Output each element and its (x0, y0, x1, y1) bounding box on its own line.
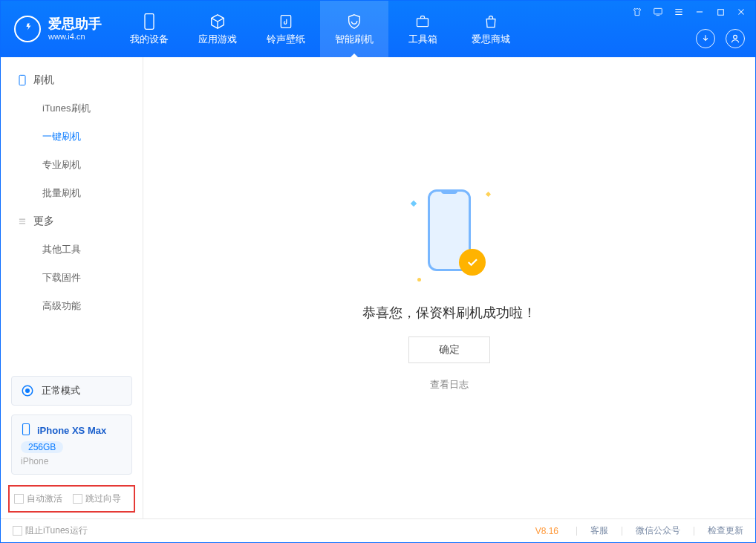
nav-toolbox[interactable]: 工具箱 (388, 1, 457, 57)
group-title-label: 更多 (33, 215, 54, 228)
logo-icon (14, 16, 41, 42)
sidebar-item-other-tools[interactable]: 其他工具 (1, 235, 143, 264)
download-button[interactable] (696, 29, 715, 48)
nav-store[interactable]: 爱思商城 (457, 1, 525, 57)
sidebar-item-batch-flash[interactable]: 批量刷机 (1, 179, 143, 207)
support-link[interactable]: 客服 (590, 524, 608, 537)
minimize-icon[interactable] (693, 5, 706, 19)
sidebar-group-more: 更多 (1, 207, 143, 235)
nav-my-device[interactable]: 我的设备 (115, 1, 183, 57)
phone-icon (17, 75, 27, 85)
app-title: 爱思助手 (48, 17, 102, 32)
device-phone-icon (21, 423, 31, 438)
mode-label: 正常模式 (42, 384, 80, 397)
sidebar-item-pro-flash[interactable]: 专业刷机 (1, 151, 143, 179)
svg-rect-2 (417, 18, 428, 26)
close-icon[interactable] (734, 5, 748, 19)
briefcase-icon (414, 13, 431, 30)
svg-rect-4 (717, 9, 723, 15)
app-header: 爱思助手 www.i4.cn 我的设备 应用游戏 铃声壁纸 智能刷机 (1, 1, 755, 57)
svg-rect-0 (145, 13, 154, 29)
sidebar: 刷机 iTunes刷机 一键刷机 专业刷机 批量刷机 更多 其他工具 下载固件 … (1, 57, 143, 518)
device-type: iPhone (21, 456, 123, 466)
menu-icon[interactable] (672, 5, 685, 19)
svg-rect-3 (654, 8, 662, 14)
svg-rect-6 (19, 75, 25, 85)
block-itunes-label: 阻止iTunes运行 (25, 524, 88, 537)
skip-guide-label: 跳过向导 (85, 492, 121, 505)
nav-ringtones-wallpapers[interactable]: 铃声壁纸 (252, 1, 320, 57)
mode-card[interactable]: 正常模式 (11, 376, 132, 406)
app-logo: 爱思助手 www.i4.cn (1, 16, 115, 42)
music-file-icon (277, 13, 295, 30)
flash-options-highlight: 自动激活 跳过向导 (8, 485, 135, 513)
view-log-link[interactable]: 查看日志 (430, 378, 469, 391)
sidebar-item-oneclick-flash[interactable]: 一键刷机 (1, 123, 143, 151)
device-name: iPhone XS Max (37, 425, 106, 436)
svg-rect-1 (281, 15, 290, 27)
svg-point-8 (26, 389, 30, 393)
auto-activate-label: 自动激活 (27, 492, 62, 505)
shirt-icon[interactable] (630, 5, 644, 19)
mode-icon (21, 384, 34, 397)
sidebar-item-itunes-flash[interactable]: iTunes刷机 (1, 94, 143, 123)
device-capacity: 256GB (21, 441, 63, 453)
cube-icon (209, 13, 227, 30)
check-icon (459, 249, 486, 276)
window-controls (630, 5, 748, 19)
success-message: 恭喜您，保资料刷机成功啦！ (362, 304, 536, 322)
auto-activate-checkbox[interactable]: 自动激活 (14, 492, 62, 505)
sidebar-group-flash: 刷机 (1, 66, 143, 94)
nav-label: 爱思商城 (472, 33, 510, 46)
nav-apps-games[interactable]: 应用游戏 (183, 1, 252, 57)
device-icon (140, 13, 158, 30)
svg-point-5 (734, 35, 737, 39)
app-url: www.i4.cn (48, 32, 102, 41)
nav-smart-flash[interactable]: 智能刷机 (320, 1, 388, 57)
nav-label: 我的设备 (130, 33, 169, 46)
ok-button[interactable]: 确定 (408, 336, 490, 363)
maximize-icon[interactable] (714, 5, 727, 19)
device-card[interactable]: iPhone XS Max 256GB iPhone (11, 414, 132, 475)
nav-label: 智能刷机 (335, 33, 374, 46)
nav-label: 铃声壁纸 (267, 33, 305, 46)
feedback-icon[interactable] (651, 5, 665, 19)
status-bar: 阻止iTunes运行 V8.16 客服 微信公众号 检查更新 (1, 518, 755, 542)
success-illustration (408, 185, 490, 289)
svg-rect-9 (23, 424, 30, 435)
sidebar-item-download-firmware[interactable]: 下载固件 (1, 264, 143, 292)
app-version: V8.16 (535, 526, 558, 536)
bag-icon (482, 13, 500, 30)
check-update-link[interactable]: 检查更新 (708, 524, 743, 537)
block-itunes-checkbox[interactable]: 阻止iTunes运行 (13, 524, 88, 537)
skip-guide-checkbox[interactable]: 跳过向导 (73, 492, 121, 505)
list-icon (17, 216, 27, 227)
wechat-link[interactable]: 微信公众号 (636, 524, 680, 537)
top-nav: 我的设备 应用游戏 铃声壁纸 智能刷机 工具箱 爱思商城 (115, 1, 525, 57)
group-title-label: 刷机 (33, 74, 54, 87)
nav-label: 应用游戏 (198, 33, 237, 46)
refresh-shield-icon (345, 13, 363, 30)
sidebar-item-advanced[interactable]: 高级功能 (1, 292, 143, 320)
nav-label: 工具箱 (408, 33, 437, 46)
user-button[interactable] (726, 29, 745, 48)
main-content: 恭喜您，保资料刷机成功啦！ 确定 查看日志 (143, 57, 755, 518)
